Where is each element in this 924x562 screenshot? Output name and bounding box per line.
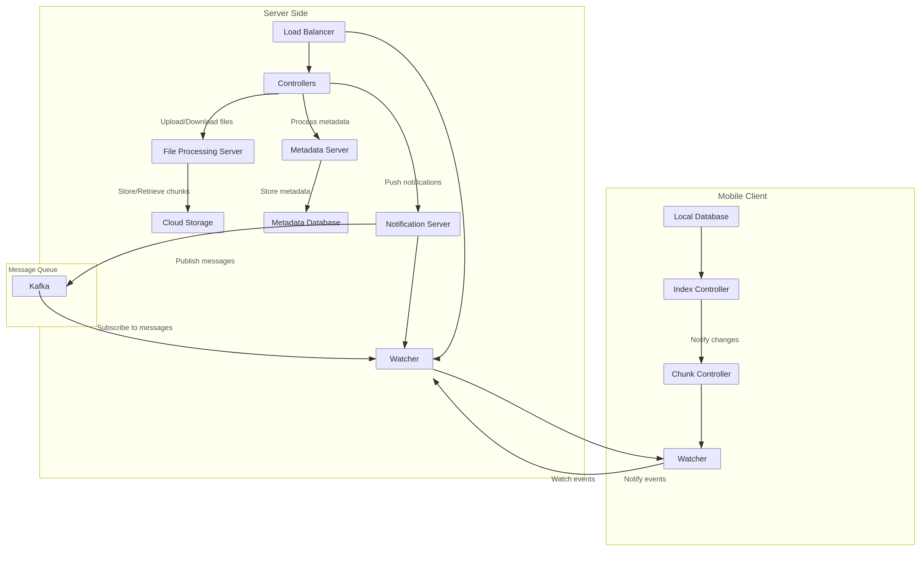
label-notify-changes: Notify changes (691, 336, 739, 344)
label-upload-download: Upload/Download files (160, 117, 233, 126)
mobile-client-region (606, 188, 915, 545)
label-publish-messages: Publish messages (176, 257, 235, 265)
index-controller-node: Index Controller (663, 279, 739, 300)
server-side-label: Server Side (264, 9, 308, 18)
label-push-notifications: Push notifications (385, 178, 442, 187)
cloud-storage-node: Cloud Storage (152, 212, 224, 233)
diagram-container: Server Side Message Queue Mobile Client … (0, 0, 924, 562)
message-queue-label: Message Queue (9, 266, 57, 274)
label-notify-events: Notify events (624, 475, 666, 483)
chunk-controller-node: Chunk Controller (663, 363, 739, 385)
notification-server-node: Notification Server (376, 212, 460, 236)
load-balancer-node: Load Balancer (273, 21, 345, 42)
controllers-node: Controllers (264, 73, 330, 94)
metadata-database-node: Metadata Database (264, 212, 348, 233)
label-watch-events: Watch events (551, 475, 595, 483)
metadata-server-node: Metadata Server (282, 139, 357, 160)
mobile-client-label: Mobile Client (718, 191, 767, 201)
label-store-retrieve: Store/Retrieve chunks (118, 187, 190, 196)
label-store-metadata: Store metadata (261, 187, 310, 196)
kafka-node: Kafka (12, 276, 67, 297)
file-processing-server-node: File Processing Server (152, 139, 255, 163)
watcher-server-node: Watcher (376, 348, 433, 369)
label-process-metadata: Process metadata (291, 117, 349, 126)
label-subscribe-messages: Subscribe to messages (97, 324, 172, 332)
watcher-mobile-node: Watcher (663, 448, 721, 469)
local-database-node: Local Database (663, 206, 739, 227)
